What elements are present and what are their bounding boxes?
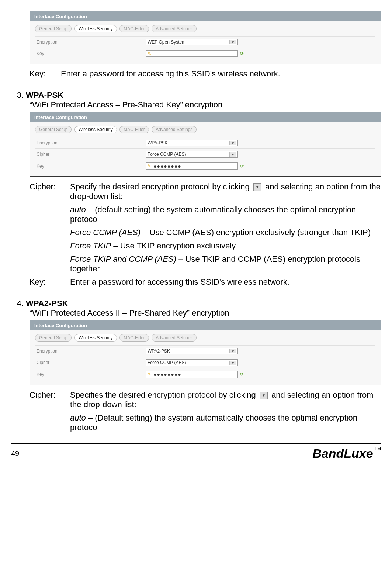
wpa-cipher-description: Cipher: Specify the desired encryption p… [30,182,381,287]
cipher-value: Force CCMP (AES) [148,360,186,365]
cipher-label: Cipher: [30,390,70,432]
key-input[interactable]: ✎ ●●●●●●●● [146,162,238,170]
label-cipher: Cipher [35,152,146,157]
tab-general-setup[interactable]: General Setup [35,25,72,32]
tab-advanced-settings[interactable]: Advanced Settings [152,334,197,342]
label-key: Key [35,372,146,377]
refresh-icon[interactable]: ⟳ [240,164,244,169]
panel-title: Interface Configuration [30,320,381,330]
section-subtitle: “WiFi Protected Access – Pre-Shared Key”… [30,100,381,110]
tab-mac-filter[interactable]: MAC-Filter [119,334,149,342]
label-encryption: Encryption [35,40,146,45]
chevron-down-icon: ▼ [229,40,236,44]
list-number: 4. [11,299,24,308]
list-number: 3. [11,90,24,100]
page-number: 49 [11,449,19,458]
encryption-value: WPA-PSK [148,140,167,145]
key-icon: ✎ [148,372,151,377]
key-description-1: Key: Enter a password for accessing this… [30,69,381,79]
row-key: Key ✎ ●●●●●●●● ⟳ [35,160,375,172]
row-cipher: Cipher Force CCMP (AES) ▼ [35,148,375,160]
key-label: Key: [30,69,61,79]
key-text: Enter a password for accessing this SSID… [70,277,381,287]
key-text: Enter a password for accessing this SSID… [61,69,280,79]
section-heading: WPA-PSK [26,90,63,100]
key-icon: ✎ [148,164,151,169]
tabs: General Setup Wireless Security MAC-Filt… [35,126,375,133]
tab-wireless-security[interactable]: Wireless Security [74,334,117,342]
encryption-value: WEP Open System [148,40,185,45]
wpa2-cipher-description: Cipher: Specifies the desired encryption… [30,390,381,432]
page-footer: 49 BandLuxeTM [11,443,381,461]
label-key: Key [35,164,146,169]
refresh-icon[interactable]: ⟳ [240,51,244,56]
tab-wireless-security[interactable]: Wireless Security [74,126,117,133]
encryption-select[interactable]: WEP Open System ▼ [146,39,238,45]
key-icon: ✎ [148,51,151,56]
encryption-value: WPA2-PSK [148,349,170,354]
encryption-select[interactable]: WPA-PSK ▼ [146,140,238,146]
tab-general-setup[interactable]: General Setup [35,126,72,133]
label-encryption: Encryption [35,140,146,145]
brand-logo: BandLuxeTM [312,446,381,461]
option-name: Force TKIP and CCMP (AES) [70,254,176,264]
key-value: ●●●●●●●● [153,371,181,377]
section-subtitle: “WiFi Protected Access II – Pre-Shared K… [30,308,381,318]
refresh-icon[interactable]: ⟳ [240,372,244,377]
key-input[interactable]: ✎ [146,50,238,57]
panel-title: Interface Configuration [30,11,381,21]
section-wpa2-psk: 4.WPA2-PSK [11,299,381,308]
dropdown-icon: ▼ [260,392,268,399]
key-label: Key: [30,277,70,287]
top-rule [11,4,381,4]
option-name: auto [70,205,86,214]
trademark: TM [375,446,381,452]
option-desc: – (Default setting) the system automatic… [70,413,357,432]
tab-advanced-settings[interactable]: Advanced Settings [152,126,197,133]
row-encryption: Encryption WEP Open System ▼ [35,36,375,48]
tabs: General Setup Wireless Security MAC-Filt… [35,334,375,342]
section-heading: WPA2-PSK [26,299,68,308]
interface-config-panel-wpa2: Interface Configuration General Setup Wi… [30,320,381,385]
row-key: Key ✎ ⟳ [35,48,375,59]
label-cipher: Cipher [35,360,146,365]
cipher-intro-a: Specifies the desired encryption protoco… [70,390,258,399]
interface-config-panel-wpa: Interface Configuration General Setup Wi… [30,112,381,177]
dropdown-icon: ▼ [253,183,261,191]
brand-name: BandLuxe [312,446,373,460]
tab-mac-filter[interactable]: MAC-Filter [119,25,149,32]
section-wpa-psk: 3.WPA-PSK [11,90,381,100]
cipher-select[interactable]: Force CCMP (AES) ▼ [146,359,238,366]
row-key: Key ✎ ●●●●●●●● ⟳ [35,368,375,380]
panel-title: Interface Configuration [30,112,381,122]
cipher-value: Force CCMP (AES) [148,152,186,157]
tabs: General Setup Wireless Security MAC-Filt… [35,25,375,32]
cipher-label: Cipher: [30,182,70,274]
tab-advanced-settings[interactable]: Advanced Settings [152,25,197,32]
chevron-down-icon: ▼ [229,152,236,157]
row-encryption: Encryption WPA-PSK ▼ [35,137,375,148]
option-desc: – Use CCMP (AES) encryption exclusively … [141,228,371,237]
key-value: ●●●●●●●● [153,163,181,169]
option-name: Force TKIP [70,241,111,250]
cipher-select[interactable]: Force CCMP (AES) ▼ [146,151,238,158]
cipher-intro-a: Specify the desired encryption protocol … [70,182,252,191]
option-name: auto [70,413,86,422]
chevron-down-icon: ▼ [229,361,236,365]
option-desc: – (default setting) the system automatic… [70,205,356,224]
label-key: Key [35,51,146,56]
chevron-down-icon: ▼ [229,141,236,145]
tab-general-setup[interactable]: General Setup [35,334,72,342]
tab-wireless-security[interactable]: Wireless Security [74,25,117,32]
key-input[interactable]: ✎ ●●●●●●●● [146,371,238,378]
option-name: Force CCMP (AES) [70,228,141,237]
encryption-select[interactable]: WPA2-PSK ▼ [146,348,238,354]
row-encryption: Encryption WPA2-PSK ▼ [35,345,375,357]
chevron-down-icon: ▼ [229,349,236,353]
option-desc: – Use TKIP encryption exclusively [111,241,236,250]
row-cipher: Cipher Force CCMP (AES) ▼ [35,357,375,368]
tab-mac-filter[interactable]: MAC-Filter [119,126,149,133]
interface-config-panel-wep: Interface Configuration General Setup Wi… [30,11,381,64]
label-encryption: Encryption [35,349,146,354]
